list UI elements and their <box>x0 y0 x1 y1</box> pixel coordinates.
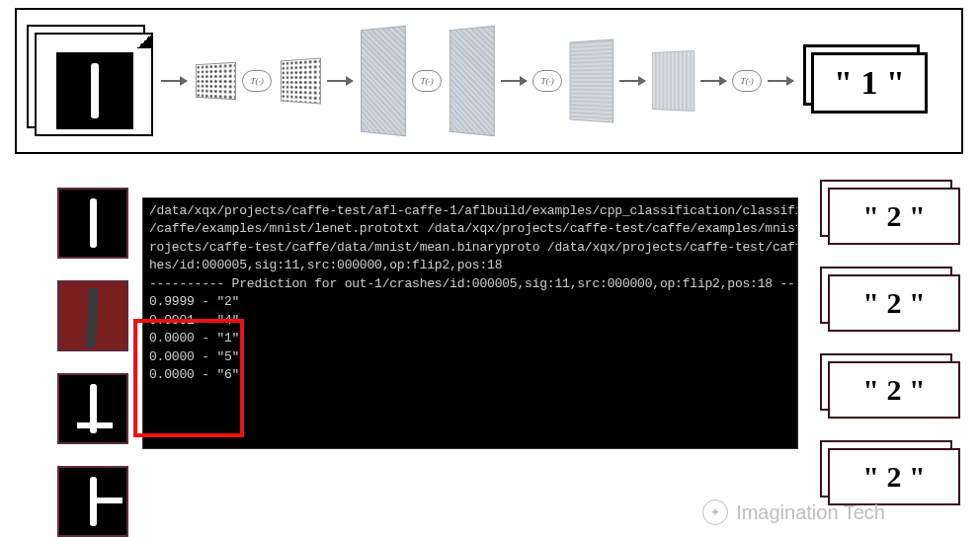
top-output-card: " 1 " <box>803 44 930 117</box>
arrow-icon <box>327 80 353 82</box>
feature-map-icon <box>652 50 694 112</box>
arrow-icon <box>619 80 645 82</box>
terminal-line: hes/id:000005,sig:11,src:000000,op:flip2… <box>149 257 791 274</box>
output-label: " 2 " <box>828 361 960 419</box>
watermark: ✦ Imagination Tech <box>702 499 885 525</box>
output-card: " 2 " <box>820 180 962 249</box>
arrow-icon <box>768 80 793 82</box>
terminal-line: 0.0001 - "4" <box>149 312 791 330</box>
output-label: " 2 " <box>828 188 960 245</box>
arrow-icon <box>700 80 726 82</box>
terminal-line: 0.9999 - "2" <box>149 293 791 311</box>
terminal-line: 0.0000 - "6" <box>149 366 791 384</box>
terminal-line: 0.0000 - "5" <box>149 348 791 366</box>
perturbed-thumb-1 <box>57 188 128 259</box>
feature-map-icon <box>449 26 495 137</box>
activation-node: T(·) <box>412 70 442 92</box>
conv-layer-icon <box>196 62 236 101</box>
feature-map-icon <box>361 26 406 137</box>
output-card: " 2 " <box>820 267 962 336</box>
activation-node: T(·) <box>732 70 762 92</box>
input-digit-image <box>56 52 133 129</box>
terminal-line: ---------- Prediction for out-1/crashes/… <box>149 275 791 293</box>
terminal-line: rojects/caffe-test/caffe/data/mnist/mean… <box>149 239 791 257</box>
right-output-column: " 2 " " 2 " " 2 " " 2 " <box>820 180 962 509</box>
feature-map-icon <box>570 38 613 122</box>
perturbed-thumb-3 <box>57 373 128 444</box>
conv-layer-icon <box>281 57 321 104</box>
activation-node: T(·) <box>242 70 272 92</box>
activation-node: T(·) <box>532 70 562 92</box>
nn-flow-row: T(·) T(·) T(·) T(·) " 1 " <box>17 10 961 152</box>
output-label: " 2 " <box>828 448 960 505</box>
terminal-line: /caffe/examples/mnist/lenet.prototxt /da… <box>149 220 791 238</box>
top-output-label: " 1 " <box>811 52 928 114</box>
input-image-stack <box>27 23 155 139</box>
output-label: " 2 " <box>828 274 960 332</box>
thumbnail-column <box>57 188 128 537</box>
arrow-icon <box>501 80 527 82</box>
output-card: " 2 " <box>820 353 962 422</box>
terminal-line: /data/xqx/projects/caffe-test/afl-caffe-… <box>149 202 791 220</box>
terminal-line: 0.0000 - "1" <box>149 330 791 347</box>
wechat-icon: ✦ <box>702 499 728 525</box>
watermark-text: Imagination Tech <box>736 501 885 524</box>
perturbed-thumb-4 <box>57 466 128 537</box>
terminal-output: /data/xqx/projects/caffe-test/afl-caffe-… <box>142 197 798 449</box>
arrow-icon <box>161 80 187 82</box>
perturbed-thumb-2 <box>57 280 128 351</box>
nn-pipeline-panel: T(·) T(·) T(·) T(·) " 1 " <box>15 8 963 154</box>
